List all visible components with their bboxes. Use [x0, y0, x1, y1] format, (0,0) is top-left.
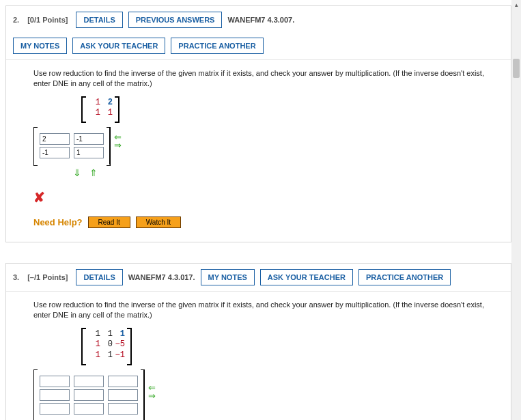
answer-matrix — [33, 369, 144, 420]
given-matrix: 12 11 — [81, 96, 119, 120]
expand-arrows-right[interactable]: ⇐⇒ — [148, 369, 156, 400]
expand-arrows-right[interactable]: ⇐⇒ — [114, 127, 122, 149]
expand-arrows-down[interactable]: ⇓ ⇑ — [73, 167, 500, 178]
question-number: 2. — [13, 16, 19, 24]
answer-cell-0-0[interactable] — [40, 133, 70, 145]
question-points: [0/1 Points] — [27, 16, 68, 24]
scrollbar-track[interactable]: ▴ ▾ — [511, 0, 521, 420]
question-2-box: 2. [0/1 Points] DETAILS PREVIOUS ANSWERS… — [5, 5, 511, 242]
answer-cell-0-1[interactable] — [74, 133, 104, 145]
answer-matrix — [33, 127, 110, 165]
my-notes-button[interactable]: MY NOTES — [13, 38, 67, 54]
question-points: [–/1 Points] — [27, 273, 68, 281]
given-matrix: 111 10−5 11−1 — [81, 328, 132, 363]
answer-cell-2-1[interactable] — [74, 403, 104, 415]
details-button[interactable]: DETAILS — [76, 12, 122, 28]
scroll-up-arrow[interactable]: ▴ — [513, 1, 520, 8]
incorrect-icon: ✘ — [33, 189, 500, 206]
question-3-header: 3. [–/1 Points] DETAILS WANEFM7 4.3.017.… — [6, 264, 511, 292]
answer-cell-1-2[interactable] — [108, 389, 138, 401]
answer-cell-1-1[interactable] — [74, 147, 104, 158]
details-button[interactable]: DETAILS — [76, 269, 122, 285]
question-2-header: 2. [0/1 Points] DETAILS PREVIOUS ANSWERS… — [6, 6, 511, 60]
ask-teacher-button[interactable]: ASK YOUR TEACHER — [72, 38, 165, 54]
answer-cell-0-1[interactable] — [74, 376, 104, 387]
answer-cell-1-0[interactable] — [40, 389, 70, 401]
practice-another-button[interactable]: PRACTICE ANOTHER — [358, 269, 451, 285]
question-number: 3. — [13, 273, 19, 281]
previous-answers-button[interactable]: PREVIOUS ANSWERS — [128, 12, 223, 28]
answer-cell-0-2[interactable] — [108, 376, 138, 387]
question-instructions: Use row reduction to find the inverse of… — [33, 300, 500, 321]
question-source: WANEFM7 4.3.007. — [227, 16, 294, 24]
answer-cell-1-1[interactable] — [74, 389, 104, 401]
answer-cell-2-0[interactable] — [40, 403, 70, 415]
watch-it-button[interactable]: Watch It — [136, 216, 181, 228]
answer-cell-0-0[interactable] — [40, 376, 70, 387]
answer-cell-2-2[interactable] — [108, 403, 138, 415]
question-instructions: Use row reduction to find the inverse of… — [33, 68, 500, 89]
question-3-box: 3. [–/1 Points] DETAILS WANEFM7 4.3.017.… — [5, 263, 511, 420]
my-notes-button[interactable]: MY NOTES — [201, 269, 255, 285]
read-it-button[interactable]: Read It — [88, 216, 130, 228]
scrollbar-thumb[interactable] — [513, 59, 520, 78]
answer-cell-1-0[interactable] — [40, 147, 70, 158]
need-help-label: Need Help? — [33, 217, 83, 227]
practice-another-button[interactable]: PRACTICE ANOTHER — [171, 38, 263, 54]
ask-teacher-button[interactable]: ASK YOUR TEACHER — [260, 269, 353, 285]
question-source: WANEFM7 4.3.017. — [128, 273, 195, 281]
